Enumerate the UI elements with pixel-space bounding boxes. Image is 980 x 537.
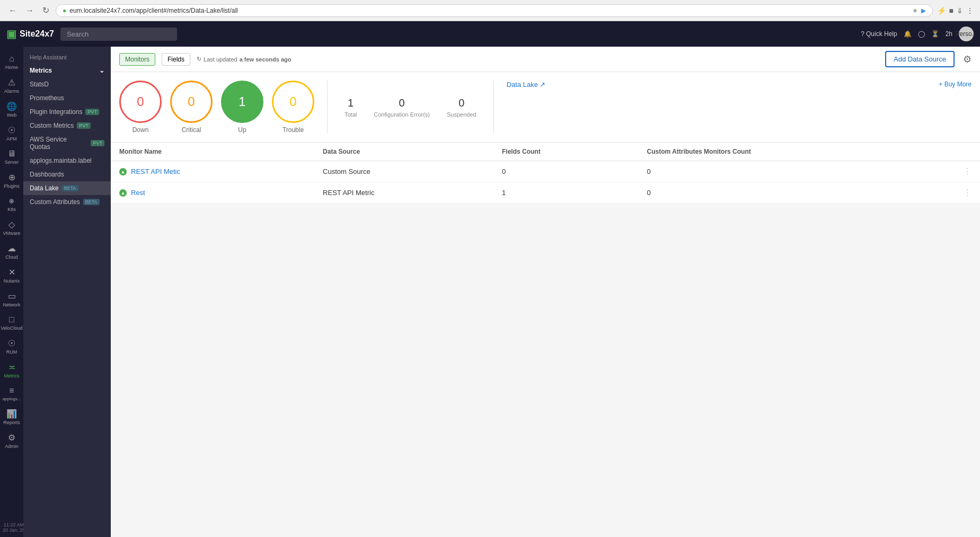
reports-icon: 📊 (6, 409, 17, 419)
col-data-source: Data Source (314, 143, 493, 161)
sidebar-item-network[interactable]: ▭ Network (0, 288, 23, 311)
monitor-name-with-status-2: ▲ Rest (119, 189, 306, 197)
sidebar-item-metrics[interactable]: ≍ Metrics (0, 359, 23, 382)
sidebar-item-apm[interactable]: ☉ APM (0, 122, 23, 145)
period-btn[interactable]: 2h (946, 30, 952, 38)
external-link-icon: ↗ (540, 81, 545, 89)
applogs-icon: ≡ (9, 386, 14, 395)
sidebar-item-applogs-maintab[interactable]: applogs.maintab.label (23, 154, 111, 168)
browser-profile-btn[interactable]: ■ (949, 6, 953, 15)
period-icon: 2h (946, 30, 952, 38)
sidebar-item-custom-metrics[interactable]: Custom Metrics PVT (23, 119, 111, 133)
monitors-tab[interactable]: Monitors (119, 53, 155, 66)
admin-icon: ⚙ (8, 433, 15, 443)
sidebar-item-data-lake[interactable]: Data Lake BETA (23, 181, 111, 195)
custom-attr-cell-1: 0 (639, 161, 955, 182)
data-source-cell-1: Custom Source (314, 161, 493, 182)
browser-back-btn[interactable]: ← (6, 5, 19, 16)
monitor-name-with-status-1: ▲ REST API Metic (119, 168, 306, 175)
sidebar-item-server[interactable]: 🖥 Server (0, 146, 23, 168)
browser-extensions-btn[interactable]: ⚡ (937, 6, 946, 15)
sidebar-item-admin[interactable]: ⚙ Admin (0, 429, 23, 452)
prometheus-label: Prometheus (30, 94, 64, 102)
critical-count: 0 (188, 94, 195, 109)
sidebar-item-custom-attributes[interactable]: Custom Attributes BETA (23, 195, 111, 209)
browser-menu-btn[interactable]: ⋮ (966, 6, 974, 15)
browser-refresh-btn[interactable]: ↻ (40, 4, 51, 16)
sidebar-item-alarms[interactable]: ⚠ Alarms (0, 74, 23, 97)
sidebar-item-velocloud[interactable]: □ VeloCloud (0, 312, 23, 334)
browser-forward-btn[interactable]: → (23, 5, 36, 16)
velocloud-icon: □ (9, 315, 14, 324)
sidebar-item-home[interactable]: ⌂ Home (0, 51, 23, 73)
avatar-label: Perso... (955, 30, 977, 38)
config-error-value: 0 (399, 97, 405, 109)
browser-actions: ⚡ ■ ⇓ ⋮ (937, 6, 974, 15)
monitor-link-1[interactable]: REST API Metic (131, 168, 180, 175)
global-search-input[interactable] (60, 28, 177, 41)
sidebar-item-dashboards[interactable]: Dashboards (23, 168, 111, 181)
quick-help-label: Quick Help (866, 30, 897, 38)
sidebar-reports-label: Reports (3, 420, 20, 425)
browser-downloads-btn[interactable]: ⇓ (957, 6, 963, 15)
total-value: 1 (348, 97, 354, 109)
sidebar-network-label: Network (3, 302, 20, 307)
table-header: Monitor Name Data Source Fields Count Cu… (111, 143, 980, 161)
fields-tab[interactable]: Fields (162, 53, 190, 66)
table-container: Monitor Name Data Source Fields Count Cu… (111, 143, 980, 204)
trouble-count: 0 (289, 94, 296, 109)
suspended-value: 0 (458, 97, 464, 109)
current-date: 20 Jan, 25 (2, 527, 23, 533)
alarms-icon: ⚠ (8, 77, 15, 87)
sidebar-item-aws-quotas[interactable]: AWS Service Quotas PVT (23, 133, 111, 154)
app-logo[interactable]: ▣ Site24x7 (6, 28, 54, 40)
settings-icon-btn[interactable]: ⚙ (963, 54, 972, 65)
down-count: 0 (137, 94, 144, 109)
status-up: 1 Up (221, 81, 263, 134)
sidebar-item-rum[interactable]: ☉ RUM (0, 335, 23, 358)
section-collapse-icon[interactable]: ⌄ (99, 67, 104, 74)
help-assistant-btn[interactable]: Help Assistant (23, 51, 111, 64)
logo-icon: ▣ (6, 28, 16, 40)
sidebar-alarms-label: Alarms (4, 89, 19, 94)
sidebar-item-k8s[interactable]: ⎈ K8s (0, 193, 23, 215)
sidebar-item-statsd[interactable]: StatsD (23, 77, 111, 91)
sidebar-item-reports[interactable]: 📊 Reports (0, 406, 23, 428)
metrics-section-title: Metrics ⌄ (23, 64, 111, 77)
alerts-btn[interactable]: ◯ (918, 30, 925, 38)
monitor-name-cell-2: ▲ Rest (111, 182, 314, 204)
sidebar-item-vmware[interactable]: ◇ VMware (0, 216, 23, 239)
sidebar-item-plugin-integrations[interactable]: Plugin Integrations PVT (23, 105, 111, 119)
buy-more-link[interactable]: + Buy More (939, 81, 972, 134)
sidebar-item-plugins[interactable]: ⊕ Plugins (0, 169, 23, 192)
col-monitor-name: Monitor Name (111, 143, 314, 161)
timer-btn[interactable]: ⏳ (931, 30, 939, 38)
total-stat: 1 Total (345, 97, 357, 118)
sidebar-item-prometheus[interactable]: Prometheus (23, 91, 111, 105)
sidebar-apm-label: APM (6, 136, 17, 142)
sidebar-item-web[interactable]: 🌐 Web (0, 98, 23, 121)
config-error-stat: 0 Configuration Error(s) (374, 97, 430, 118)
sidebar-item-cloud[interactable]: ☁ Cloud (0, 240, 23, 263)
row-action-menu-1[interactable]: ⋮ (963, 166, 972, 177)
browser-url-bar[interactable]: ● eum.localsite24x7.com/app/client#/metr… (56, 4, 933, 17)
vmware-icon: ◇ (8, 219, 15, 230)
row-action-menu-2[interactable]: ⋮ (963, 188, 972, 198)
user-avatar[interactable]: Perso... (959, 27, 974, 41)
monitor-link-2[interactable]: Rest (131, 189, 145, 197)
sidebar-rum-label: RUM (6, 349, 17, 355)
quick-help-btn[interactable]: ? Quick Help (861, 30, 897, 38)
sidebar-velocloud-label: VeloCloud (1, 325, 22, 331)
sidebar-cloud-label: Cloud (5, 254, 18, 260)
metrics-icon: ≍ (8, 362, 15, 372)
data-lake-link-text: Data Lake (507, 81, 538, 89)
buy-more-label: + Buy More (939, 81, 972, 88)
data-source-cell-2: REST API Metric (314, 182, 493, 204)
data-lake-external-link[interactable]: Data Lake ↗ (507, 81, 545, 89)
notifications-btn[interactable]: 🔔 (904, 30, 912, 38)
sidebar-item-nutanix[interactable]: ✕ Nutanix (0, 264, 23, 287)
total-label: Total (345, 111, 357, 118)
add-data-source-button[interactable]: Add Data Source (885, 51, 955, 67)
config-error-label: Configuration Error(s) (374, 111, 430, 118)
sidebar-item-applogs[interactable]: ≡ applogs... (0, 383, 23, 404)
